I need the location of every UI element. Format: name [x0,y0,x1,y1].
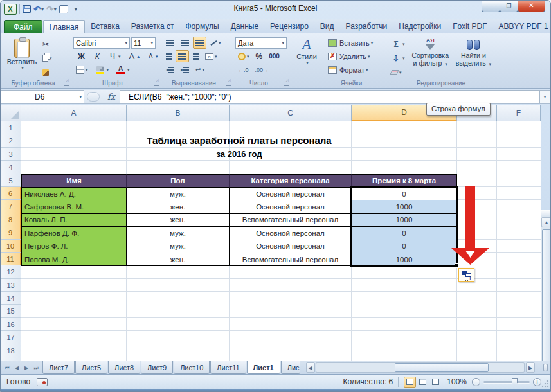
prev-sheet-button[interactable]: ◀ [12,363,21,373]
table-header-cell[interactable]: Премия к 8 марта [352,174,457,188]
cell[interactable]: Петров Ф. Л. [21,240,127,253]
align-top-button[interactable] [163,37,177,49]
row-header-14[interactable]: 14 [1,292,21,305]
cell[interactable]: жен. [127,214,230,227]
ribbon-tab-Foxit PDF[interactable]: Foxit PDF [447,20,492,33]
column-header-F[interactable]: F [497,105,541,121]
row-header-6[interactable]: 6 [1,187,21,200]
close-button[interactable]: ✕ [518,1,545,12]
row-header-8[interactable]: 8 [1,213,21,226]
expand-formula-bar-button[interactable]: ▾ [540,90,550,103]
ribbon-tab-Разработчи[interactable]: Разработчи [340,20,393,33]
fill-color-button[interactable]: ▾ [92,64,112,76]
wrap-text-button[interactable]: ↩▾ [193,64,207,76]
scroll-right-button[interactable]: ▶ [526,362,535,373]
page-layout-view-button[interactable] [417,377,429,388]
align-bottom-button[interactable] [193,37,206,49]
row-header-12[interactable]: 12 [1,265,21,278]
split-handle[interactable] [541,210,551,217]
minimize-button[interactable]: — [482,1,500,12]
name-box[interactable]: D6 ▾ [1,90,84,103]
shrink-font-button[interactable]: А▼ [144,50,161,62]
zoom-track[interactable] [483,381,530,383]
ribbon-tab-Вид[interactable]: Вид [314,20,340,33]
cut-button[interactable]: ✂ [40,38,55,50]
cell[interactable]: Коваль Л. П. [21,214,127,227]
sheet-tab-Лист11[interactable]: Лист11 [210,361,246,374]
row-header-17[interactable]: 17 [1,331,21,344]
tab-file[interactable]: Файл [4,20,42,33]
styles-button[interactable]: А Стили ▾ [293,36,320,87]
align-right-button[interactable] [190,50,201,62]
align-middle-button[interactable] [178,37,192,49]
cell[interactable]: 0 [352,188,457,200]
resize-grip[interactable] [541,380,549,388]
column-header-B[interactable]: B [127,105,230,121]
merge-center-button[interactable]: a▾ [203,50,220,62]
dialog-launcher-icon[interactable] [154,80,159,86]
row-header-9[interactable]: 9 [1,226,21,239]
cell[interactable]: Основной персонал [230,227,352,240]
autosum-button[interactable]: Σ▾ [388,38,408,50]
ribbon-tab-Главная[interactable]: Главная [43,20,86,33]
select-all-corner[interactable] [1,105,21,121]
cell[interactable]: 0 [352,240,457,253]
borders-button[interactable]: ▾ [73,64,91,76]
table-header-cell[interactable]: Пол [127,174,230,188]
formula-input[interactable]: =ЕСЛИ(B6="жен."; "1000"; "0") [120,90,540,103]
font-family-select[interactable]: Calibri▾ [73,37,130,49]
clear-button[interactable]: ▾ [388,66,408,78]
row-header-7[interactable]: 7 [1,200,21,213]
sheet-tab-Лист8[interactable]: Лист8 [108,361,140,374]
insert-function-button[interactable]: fx [102,90,120,103]
hscroll-track[interactable] [316,362,525,373]
zoom-in-button[interactable]: + [533,378,541,386]
italic-button[interactable]: К [91,50,104,62]
align-left-button[interactable] [163,50,174,62]
cell[interactable]: Сафронова В. М. [21,200,127,213]
cell[interactable]: муж. [127,227,230,240]
fill-button[interactable]: ⇩▾ [388,52,408,64]
cell[interactable]: 1000 [352,253,457,266]
zoom-out-button[interactable]: − [472,378,480,386]
format-cells-button[interactable]: Формат▾ [325,64,371,76]
tab-split-handle[interactable] [543,364,548,371]
increase-decimal-button[interactable]: ←.0 [235,64,251,76]
cell[interactable]: муж. [127,240,230,253]
cell[interactable]: жен. [127,200,230,213]
sheet-tab-Лист5[interactable]: Лист5 [75,361,107,374]
orientation-button[interactable]: ▾ [208,37,224,49]
cell[interactable]: 1000 [352,200,457,213]
page-break-view-button[interactable] [429,377,442,388]
copy-button[interactable]: ▾ [40,52,55,64]
sheet-tab-Лист1[interactable]: Лист1 [247,361,280,374]
cell[interactable]: жен. [127,253,230,266]
cell[interactable]: Парфенов Д. Ф. [21,227,127,240]
row-header-10[interactable]: 10 [1,240,21,253]
dialog-launcher-icon[interactable] [226,80,231,86]
last-sheet-button[interactable]: ⏭ [32,363,41,373]
table-header-cell[interactable]: Категория персонала [230,174,352,188]
next-sheet-button[interactable]: ▶ [22,363,31,373]
ribbon-tab-ABBYY PDF 1[interactable]: ABBYY PDF 1 [492,20,551,33]
sheet-tab-Лист7[interactable]: Лист7 [42,361,75,374]
row-header-3[interactable]: 3 [1,148,21,161]
ribbon-tab-Данные[interactable]: Данные [225,20,264,33]
cell[interactable]: 0 [352,227,457,240]
row-header-5[interactable]: 5 [1,174,21,187]
sheet-tab-Лист10[interactable]: Лист10 [174,361,210,374]
first-sheet-button[interactable]: ⏮ [3,363,12,373]
dialog-launcher-icon[interactable] [284,80,289,86]
accounting-format-button[interactable]: ▾ [235,50,252,62]
scroll-up-button[interactable]: ▲ [541,217,551,227]
row-header-11[interactable]: 11 [1,253,21,265]
insert-cells-button[interactable]: Вставить▾ [325,37,375,49]
number-format-select[interactable]: Дата▾ [235,37,287,49]
delete-cells-button[interactable]: Удалить▾ [325,50,373,62]
auto-fill-options-button[interactable]: + [458,268,474,282]
sheet-tab-Лис[interactable]: Лис [281,361,300,374]
grow-font-button[interactable]: А▲ [124,50,143,62]
row-header-2[interactable]: 2 [1,134,21,147]
cell[interactable]: Основной персонал [230,188,352,200]
row-header-1[interactable]: 1 [1,121,21,134]
